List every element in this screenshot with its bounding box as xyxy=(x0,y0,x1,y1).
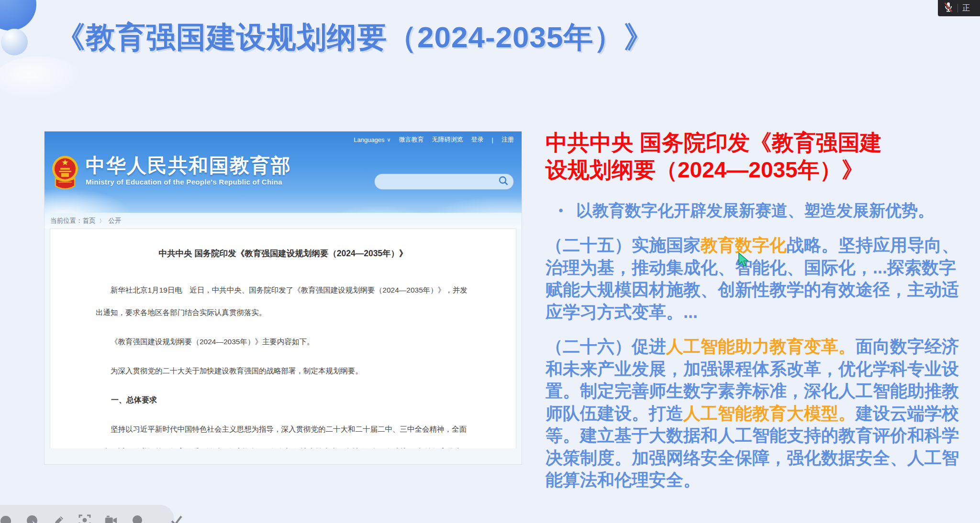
decorative-circle xyxy=(0,0,36,31)
article-paragraph: 新华社北京1月19日电 近日，中共中央、国务院印发了《教育强国建设规划纲要（20… xyxy=(96,279,470,324)
decorative-glow xyxy=(0,56,81,99)
pen-icon[interactable] xyxy=(52,513,65,523)
decorative-sphere xyxy=(1,29,28,55)
nav-accessibility[interactable]: 无障碍浏览 xyxy=(432,135,463,144)
panel-heading-line1: 中共中央 国务院印发《教育强国建 xyxy=(546,129,969,156)
pointer-icon[interactable] xyxy=(0,513,12,523)
breadcrumb-separator: 〉 xyxy=(100,218,105,224)
website-top-nav: Languages ∨ 微言教育 无障碍浏览 登录 | 注册 xyxy=(354,135,514,144)
bullet-text: 以教育数字化开辟发展新赛道、塑造发展新优势。 xyxy=(576,200,934,221)
para26-highlight: 人工智能助力教育变革。 xyxy=(666,337,856,356)
article-title: 中共中央 国务院印发《教育强国建设规划纲要（2024—2035年）》 xyxy=(96,247,470,260)
slide-title: 《教育强国建设规划纲要（2024-2035年）》 xyxy=(56,17,654,57)
site-name-zh: 中华人民共和国教育部 xyxy=(86,154,291,176)
record-dot-icon[interactable] xyxy=(131,513,144,523)
article-paragraph: 坚持以习近平新时代中国特色社会主义思想为指导，深入贯彻党的二十大和二十届二中、三… xyxy=(96,418,470,448)
national-emblem xyxy=(51,154,79,195)
recording-overlay: 正 xyxy=(938,0,980,16)
nav-languages[interactable]: Languages xyxy=(354,136,384,143)
presentation-slide: 《教育强国建设规划纲要（2024-2035年）》 正 Languages ∨ 微… xyxy=(0,0,980,523)
article-paragraph: 为深入贯彻党的二十大关于加快建设教育强国的战略部署，制定本规划纲要。 xyxy=(96,360,470,382)
search-bar xyxy=(374,174,514,190)
bullet-dot: • xyxy=(546,200,576,221)
paragraph-26: （二十六）促进人工智能助力教育变革。面向数字经济和未来产业发展，加强课程体系改革… xyxy=(546,336,969,491)
nav-weiyan-jiaoyu[interactable]: 微言教育 xyxy=(399,135,424,144)
nav-divider: | xyxy=(492,136,493,143)
search-icon[interactable] xyxy=(498,175,509,188)
paragraph-25: （二十五）实施国家教育数字化战略。坚持应用导向、治理为基，推动集成化、智能化、国… xyxy=(546,234,969,323)
laser-pointer-icon[interactable] xyxy=(25,513,39,523)
chevron-down-icon[interactable]: ∨ xyxy=(387,137,391,143)
website-brand: 中华人民共和国教育部 Ministry of Education of the … xyxy=(51,154,291,195)
screenshot-icon[interactable] xyxy=(78,513,91,523)
site-name-en: Ministry of Education of the People's Re… xyxy=(86,178,291,186)
breadcrumb-prefix: 当前位置： xyxy=(50,217,83,224)
panel-heading-line2: 设规划纲要（2024—2035年）》 xyxy=(546,156,969,184)
divider xyxy=(958,4,958,12)
breadcrumb: 当前位置：首页〉公开 xyxy=(45,213,522,229)
brand-names: 中华人民共和国教育部 Ministry of Education of the … xyxy=(86,154,291,186)
search-input[interactable] xyxy=(379,174,498,190)
para26-text: （二十六）促进 xyxy=(546,337,666,356)
right-text-panel: 中共中央 国务院印发《教育强国建 设规划纲要（2024—2035年）》 • 以教… xyxy=(546,129,969,504)
mouse-cursor-icon xyxy=(737,252,750,270)
para25-text: （二十五）实施国家 xyxy=(546,235,701,255)
breadcrumb-home[interactable]: 首页 xyxy=(83,217,96,224)
article-body: 中共中央 国务院印发《教育强国建设规划纲要（2024—2035年）》 新华社北京… xyxy=(50,229,516,448)
panel-heading: 中共中央 国务院印发《教育强国建 设规划纲要（2024—2035年）》 xyxy=(546,129,969,184)
check-icon[interactable] xyxy=(170,513,183,523)
mic-muted-icon[interactable] xyxy=(944,2,953,14)
website-header: Languages ∨ 微言教育 无障碍浏览 登录 | 注册 xyxy=(45,131,522,213)
nav-login[interactable]: 登录 xyxy=(471,135,484,144)
article-section-heading: 一、总体要求 xyxy=(96,389,470,411)
video-camera-icon[interactable] xyxy=(104,513,118,523)
nav-register[interactable]: 注册 xyxy=(501,135,514,144)
recording-status-text: 正 xyxy=(962,3,970,13)
breadcrumb-current[interactable]: 公开 xyxy=(109,217,122,224)
moe-website-screenshot: Languages ∨ 微言教育 无障碍浏览 登录 | 注册 xyxy=(45,131,522,464)
annotation-toolbar xyxy=(0,505,174,523)
bullet-line: • 以教育数字化开辟发展新赛道、塑造发展新优势。 xyxy=(546,200,969,221)
para26-highlight: 人工智能教育大模型。 xyxy=(683,403,856,423)
article-paragraph: 《教育强国建设规划纲要（2024—2035年）》主要内容如下。 xyxy=(96,330,470,353)
